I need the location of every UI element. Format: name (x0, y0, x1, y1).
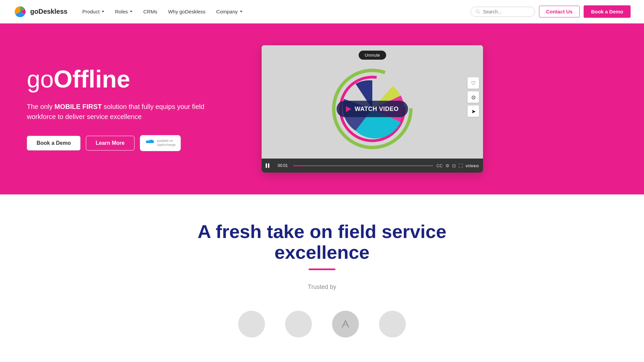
nav-link-company[interactable]: Company (212, 6, 247, 17)
nav-link-why[interactable]: Why goDeskless (164, 6, 210, 17)
fresh-take-section: A fresh take on field service excellence… (0, 194, 644, 362)
brand-name: goDeskless (30, 8, 67, 15)
navbar: goDeskless Product Roles CRMs (0, 0, 644, 23)
book-demo-nav-button[interactable]: Book a Demo (584, 5, 631, 18)
nav-item-crms[interactable]: CRMs (139, 6, 161, 17)
nav-link-roles[interactable]: Roles (111, 6, 137, 17)
pause-button[interactable] (266, 161, 274, 170)
hero-left: goOffline The only MOBILE FIRST solution… (27, 67, 248, 151)
svg-line-2 (479, 12, 480, 13)
trusted-logo-4 (379, 311, 406, 338)
hero-section: goOffline The only MOBILE FIRST solution… (0, 23, 644, 194)
salesforce-cloud-icon (145, 139, 154, 147)
video-control-icons: CC ⚙ ⊡ ⛶ vimeo (436, 163, 479, 168)
trusted-logo-3 (332, 311, 359, 338)
pause-bar-right (268, 163, 269, 168)
appexchange-text: available on AppExchange (157, 139, 176, 147)
video-controls-bar: 00:01 CC ⚙ ⊡ ⛶ vimeo (262, 159, 483, 173)
search-box[interactable] (471, 7, 535, 17)
nav-item-roles[interactable]: Roles (111, 6, 137, 17)
section-divider (309, 268, 335, 270)
nav-item-why[interactable]: Why goDeskless (164, 6, 210, 17)
hero-description: The only MOBILE FIRST solution that full… (27, 102, 215, 122)
heart-button[interactable]: ♡ (468, 77, 479, 89)
nav-item-company[interactable]: Company (212, 6, 247, 17)
video-side-buttons: ♡ ⊙ ➤ (468, 77, 479, 117)
hero-title: goOffline (27, 67, 248, 92)
logo-link[interactable]: goDeskless (13, 5, 67, 18)
search-input[interactable] (483, 9, 530, 14)
fresh-title: A fresh take on field service excellence (13, 221, 631, 262)
trusted-label: Trusted by (13, 284, 631, 291)
trusted-logo-2 (285, 311, 312, 338)
video-time: 00:01 (278, 163, 290, 168)
nav-link-crms[interactable]: CRMs (139, 6, 161, 17)
chevron-down-icon (102, 11, 104, 12)
search-icon (476, 9, 480, 14)
play-icon (346, 106, 351, 112)
navbar-left: goDeskless Product Roles CRMs (13, 5, 247, 18)
logo-icon (13, 5, 27, 18)
nav-item-product[interactable]: Product (78, 6, 108, 17)
appexchange-badge[interactable]: available on AppExchange (140, 135, 181, 151)
trusted-logos-row (13, 304, 631, 344)
learn-more-button[interactable]: Learn More (86, 136, 134, 150)
progress-fill (293, 165, 304, 166)
navbar-right: Contact Us Book a Demo (471, 5, 631, 18)
pause-bar-left (266, 163, 267, 168)
nav-links: Product Roles CRMs Why goDeskless (78, 6, 247, 17)
chevron-down-icon (130, 11, 132, 12)
clock-button[interactable]: ⊙ (468, 92, 479, 103)
video-player: Unmute WATCH VIDEO ♡ ⊙ ➤ 00:01 (262, 45, 483, 173)
nav-link-product[interactable]: Product (78, 6, 108, 17)
unmute-button[interactable]: Unmute (359, 51, 386, 60)
progress-track[interactable] (293, 165, 433, 166)
pip-icon[interactable]: ⊡ (452, 163, 456, 168)
settings-icon[interactable]: ⚙ (445, 163, 449, 168)
vimeo-logo: vimeo (466, 163, 479, 168)
chevron-down-icon (240, 11, 243, 12)
fullscreen-icon[interactable]: ⛶ (459, 163, 463, 168)
captions-icon[interactable]: CC (436, 163, 443, 168)
watch-video-button[interactable]: WATCH VIDEO (336, 101, 408, 117)
trusted-logo-1 (238, 311, 265, 338)
hero-buttons: Book a Demo Learn More available on AppE… (27, 135, 248, 151)
contact-us-button[interactable]: Contact Us (539, 6, 580, 17)
share-button[interactable]: ➤ (468, 106, 479, 117)
book-demo-hero-button[interactable]: Book a Demo (27, 136, 80, 150)
video-background: Unmute WATCH VIDEO ♡ ⊙ ➤ (262, 45, 483, 173)
